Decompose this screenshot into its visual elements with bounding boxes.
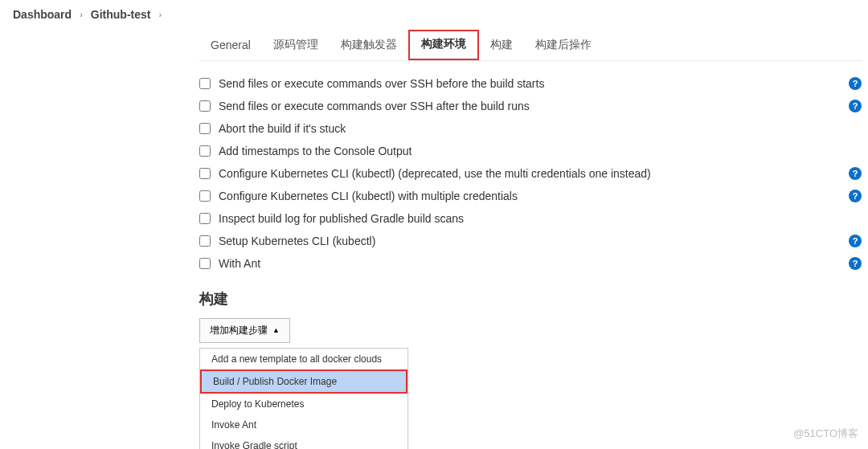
breadcrumb-dashboard[interactable]: Dashboard [13,8,72,21]
help-icon[interactable]: ? [849,257,862,270]
tab-post-build[interactable]: 构建后操作 [524,30,603,60]
add-build-step-dropdown: Add a new template to all docker clouds … [199,348,408,449]
checkbox-k8s-deprecated[interactable] [199,168,211,179]
help-icon[interactable]: ? [849,167,862,180]
checkbox-gradle-scans[interactable] [199,213,211,224]
build-env-section: Send files or execute commands over SSH … [199,61,862,449]
env-row-gradle-scans: Inspect build log for published Gradle b… [199,207,862,230]
step-add-docker-template[interactable]: Add a new template to all docker clouds [200,349,407,369]
tab-build-env[interactable]: 构建环境 [408,30,479,60]
caret-up-icon: ▲ [272,326,280,334]
checkbox-k8s-multi[interactable] [199,190,211,202]
env-row-timestamps: Add timestamps to the Console Output [199,140,862,162]
tab-general[interactable]: General [199,31,262,59]
label-k8s-setup: Setup Kubernetes CLI (kubectl) [219,233,842,249]
label-ssh-after: Send files or execute commands over SSH … [219,98,842,114]
help-icon[interactable]: ? [849,77,862,90]
step-deploy-k8s[interactable]: Deploy to Kubernetes [200,394,407,414]
checkbox-ssh-after[interactable] [199,100,211,112]
env-row-with-ant: With Ant ? [199,252,862,275]
step-build-publish-docker[interactable]: Build / Publish Docker Image [200,369,407,394]
checkbox-timestamps[interactable] [199,145,211,157]
help-icon[interactable]: ? [849,235,862,247]
checkbox-k8s-setup[interactable] [199,235,211,247]
label-ssh-before: Send files or execute commands over SSH … [219,76,842,92]
tab-build[interactable]: 构建 [479,30,524,60]
checkbox-with-ant[interactable] [199,258,211,269]
env-row-ssh-before: Send files or execute commands over SSH … [199,72,862,95]
step-invoke-ant[interactable]: Invoke Ant [200,414,407,435]
env-row-abort-stuck: Abort the build if it's stuck [199,117,862,140]
add-build-step-button[interactable]: 增加构建步骤 ▲ [199,318,290,343]
config-tabs: General 源码管理 构建触发器 构建环境 构建 构建后操作 [199,29,862,61]
env-row-k8s-setup: Setup Kubernetes CLI (kubectl) ? [199,230,862,252]
env-row-k8s-multi: Configure Kubernetes CLI (kubectl) with … [199,185,862,207]
label-gradle-scans: Inspect build log for published Gradle b… [219,210,862,227]
help-icon[interactable]: ? [849,100,862,112]
step-invoke-gradle[interactable]: Invoke Gradle script [200,435,407,449]
env-row-ssh-after: Send files or execute commands over SSH … [199,95,862,117]
label-k8s-deprecated: Configure Kubernetes CLI (kubectl) (depr… [219,165,842,182]
chevron-right-icon: › [158,10,162,19]
tab-triggers[interactable]: 构建触发器 [330,30,408,60]
help-icon[interactable]: ? [849,190,862,202]
label-k8s-multi: Configure Kubernetes CLI (kubectl) with … [219,188,842,204]
label-with-ant: With Ant [219,255,842,271]
add-build-step-label: 增加构建步骤 [210,324,268,337]
breadcrumb-project[interactable]: Github-test [91,8,151,21]
config-panel: General 源码管理 构建触发器 构建环境 构建 构建后操作 Send fi… [199,29,862,449]
env-row-k8s-deprecated: Configure Kubernetes CLI (kubectl) (depr… [199,162,862,185]
checkbox-abort-stuck[interactable] [199,123,211,134]
tab-scm[interactable]: 源码管理 [262,30,330,60]
label-abort-stuck: Abort the build if it's stuck [219,120,862,137]
watermark-text: @51CTO博客 [793,427,858,441]
checkbox-ssh-before[interactable] [199,78,211,89]
breadcrumb: Dashboard › Github-test › [0,0,868,29]
label-timestamps: Add timestamps to the Console Output [219,143,862,159]
build-section-title: 构建 [199,289,862,308]
chevron-right-icon: › [80,10,83,19]
